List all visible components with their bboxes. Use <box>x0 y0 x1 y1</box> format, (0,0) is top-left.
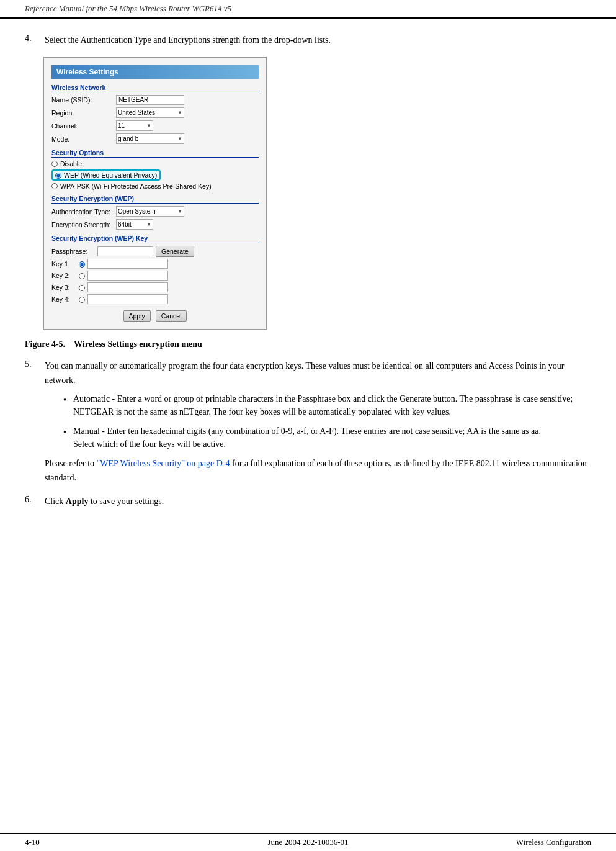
security-disable-radio[interactable] <box>51 161 58 167</box>
key2-radio[interactable] <box>79 273 85 279</box>
cancel-button[interactable]: Cancel <box>156 310 187 322</box>
security-disable-label: Disable <box>60 160 82 168</box>
bullet-1: • Automatic - Enter a word or group of p… <box>63 392 591 418</box>
step-6: 6. Click Apply to save your settings. <box>25 495 591 508</box>
footer-center: June 2004 202-10036-01 <box>268 837 349 847</box>
channel-value: 11 <box>118 122 125 129</box>
security-wpapsk-row: WPA-PSK (Wi-Fi Protected Access Pre-Shar… <box>51 182 259 190</box>
footer-left: 4-10 <box>25 837 40 847</box>
key2-label: Key 2: <box>51 272 76 279</box>
channel-arrow-icon: ▼ <box>146 123 151 128</box>
region-row: Region: United States ▼ <box>51 107 259 118</box>
security-wep-highlighted[interactable]: WEP (Wired Equivalent Privacy) <box>51 169 161 181</box>
key4-input[interactable] <box>87 294 168 304</box>
mode-arrow-icon: ▼ <box>177 136 182 142</box>
key2-row: Key 2: <box>51 271 259 281</box>
auth-type-label: Authentication Type: <box>51 208 114 215</box>
step-5: 5. You can manually or automatically pro… <box>25 359 591 485</box>
step-4-text: Select the Authentication Type and Encry… <box>45 34 591 47</box>
step-6-bold: Apply <box>66 497 89 506</box>
encryption-strength-select[interactable]: 64bit ▼ <box>116 219 153 230</box>
key3-radio[interactable] <box>79 285 85 291</box>
ssid-row: Name (SSID): NETGEAR <box>51 95 259 105</box>
passphrase-row: Passphrase: Generate <box>51 246 259 257</box>
key3-row: Key 3: <box>51 282 259 292</box>
security-disable-row: Disable <box>51 160 259 168</box>
step-6-num: 6. <box>25 495 40 508</box>
screenshot-title: Wireless Settings <box>51 65 259 79</box>
figure-label: Figure 4-5. <box>25 340 65 349</box>
step-5-content: You can manually or automatically progra… <box>45 359 591 485</box>
step-4: 4. Select the Authentication Type and En… <box>25 34 591 47</box>
section-wireless-network: Wireless Network <box>51 84 259 92</box>
auth-type-arrow-icon: ▼ <box>177 209 182 214</box>
key1-label: Key 1: <box>51 260 76 268</box>
page-header: Reference Manual for the 54 Mbps Wireles… <box>0 0 616 19</box>
section-security-encryption: Security Encryption (WEP) <box>51 195 259 204</box>
encryption-strength-arrow-icon: ▼ <box>146 222 151 227</box>
ssid-input[interactable]: NETGEAR <box>116 95 184 105</box>
region-arrow-icon: ▼ <box>177 110 182 115</box>
security-wep-radio[interactable] <box>55 173 61 179</box>
auth-type-value: Open System <box>118 208 156 215</box>
passphrase-label: Passphrase: <box>51 248 95 255</box>
passphrase-input[interactable] <box>97 246 153 256</box>
step-6-text: Click <box>45 497 66 506</box>
step-5-text: You can manually or automatically progra… <box>45 361 564 384</box>
apply-button[interactable]: Apply <box>123 310 151 322</box>
region-label: Region: <box>51 109 114 117</box>
mode-value: g and b <box>118 135 138 142</box>
key4-radio[interactable] <box>79 297 85 303</box>
section-wep-key: Security Encryption (WEP) Key <box>51 235 259 243</box>
figure-title: Wireless Settings encryption menu <box>74 340 202 349</box>
section-security-options: Security Options <box>51 149 259 158</box>
encryption-strength-row: Encryption Strength: 64bit ▼ <box>51 219 259 230</box>
security-wep-row: WEP (Wired Equivalent Privacy) <box>51 169 259 181</box>
step-5-link-prefix: Please refer to <box>45 459 97 468</box>
auth-type-row: Authentication Type: Open System ▼ <box>51 206 259 217</box>
mode-row: Mode: g and b ▼ <box>51 133 259 144</box>
channel-label: Channel: <box>51 122 114 130</box>
key3-input[interactable] <box>87 282 168 292</box>
region-value: United States <box>118 109 155 116</box>
generate-button[interactable]: Generate <box>156 246 194 257</box>
mode-select[interactable]: g and b ▼ <box>116 133 184 144</box>
key2-input[interactable] <box>87 271 168 281</box>
key1-radio[interactable] <box>79 261 85 268</box>
region-select[interactable]: United States ▼ <box>116 107 184 118</box>
ssid-label: Name (SSID): <box>51 96 114 104</box>
security-wpapsk-radio[interactable] <box>51 183 58 189</box>
step-5-num: 5. <box>25 359 40 485</box>
header-text: Reference Manual for the 54 Mbps Wireles… <box>25 4 231 13</box>
step-4-num: 4. <box>25 34 40 47</box>
channel-select[interactable]: 11 ▼ <box>116 120 153 131</box>
key1-row: Key 1: <box>51 259 259 269</box>
encryption-strength-label: Encryption Strength: <box>51 221 114 228</box>
screenshot-buttons: Apply Cancel <box>51 310 259 322</box>
security-wep-label: WEP (Wired Equivalent Privacy) <box>64 171 157 179</box>
bullet-1-text: Automatic - Enter a word or group of pri… <box>73 392 591 418</box>
step-5-link-text[interactable]: "WEP Wireless Security" on page D-4 <box>97 459 230 468</box>
footer-right: Wireless Configuration <box>516 837 591 847</box>
mode-label: Mode: <box>51 135 114 143</box>
wireless-settings-screenshot: Wireless Settings Wireless Network Name … <box>43 57 267 330</box>
bullet-2-dot: • <box>63 425 69 451</box>
page-footer: 4-10 June 2004 202-10036-01 Wireless Con… <box>0 833 616 851</box>
security-wpapsk-label: WPA-PSK (Wi-Fi Protected Access Pre-Shar… <box>60 182 212 190</box>
main-content: 4. Select the Authentication Type and En… <box>0 19 616 543</box>
step-5-bullets: • Automatic - Enter a word or group of p… <box>63 392 591 451</box>
channel-row: Channel: 11 ▼ <box>51 120 259 131</box>
bullet-1-dot: • <box>63 392 69 418</box>
key4-row: Key 4: <box>51 294 259 304</box>
bullet-2-text: Manual - Enter ten hexadecimal digits (a… <box>73 425 541 451</box>
auth-type-select[interactable]: Open System ▼ <box>116 206 184 217</box>
encryption-strength-value: 64bit <box>118 221 132 228</box>
key4-label: Key 4: <box>51 295 76 303</box>
figure-caption: Figure 4-5. Wireless Settings encryption… <box>25 340 591 349</box>
step-6-content: Click Apply to save your settings. <box>45 495 591 508</box>
step-6-text2: to save your settings. <box>88 497 164 506</box>
bullet-2: • Manual - Enter ten hexadecimal digits … <box>63 425 591 451</box>
key1-input[interactable] <box>87 259 168 269</box>
key3-label: Key 3: <box>51 284 76 291</box>
